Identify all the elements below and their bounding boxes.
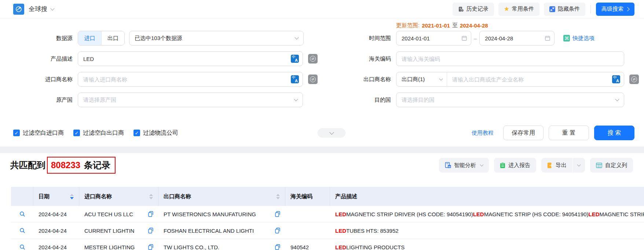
favorites-button[interactable]: ★ 常用条件 — [498, 3, 539, 16]
copy-icon[interactable] — [272, 228, 280, 233]
exporter-type-select[interactable]: 出口商(1) — [396, 72, 447, 86]
sort-icon[interactable] — [146, 194, 153, 199]
filter-bottom-row: ✓ 过滤空白进口商 ✓ 过滤空白出口商 ✓ 过滤物流公司 使用教程 保存常用 重… — [0, 126, 644, 140]
copy-icon[interactable] — [145, 228, 153, 233]
hs-code-input[interactable] — [396, 56, 624, 62]
collapse-icon — [549, 6, 555, 12]
save-favorite-button[interactable]: 保存常用 — [503, 126, 544, 140]
origin-country-select[interactable]: 请选择原产国 — [78, 93, 303, 107]
checkbox-filter-blank-importer[interactable]: ✓ 过滤空白进口商 — [13, 129, 64, 137]
exporter-name: FOSHAN ELECTRICAL AND LIGHTI — [164, 228, 254, 234]
chevron-down-icon — [480, 163, 484, 166]
smart-analysis-button[interactable]: BI 智能分析 — [439, 158, 489, 173]
description-text: MAGNETIC STRIP (HS CODE: 94054190) — [484, 211, 589, 217]
search-button[interactable]: 搜 索 — [594, 126, 634, 140]
cell-date: 2024-04-24 — [33, 222, 79, 239]
importer-name: CURRENT LIGHTIN — [84, 228, 134, 234]
column-label: 海关编码 — [290, 193, 312, 200]
translate-icon[interactable]: 中A — [291, 75, 299, 83]
table-row[interactable]: 2024-04-24CURRENT LIGHTINFOSHAN ELECTRIC… — [11, 222, 644, 239]
chevron-down-icon — [294, 35, 299, 39]
match-mode-icon[interactable]: ⇄ — [308, 54, 318, 64]
top-bar: 全球搜 历史记录 ★ 常用条件 隐藏条件 高级搜索 — [0, 0, 644, 18]
results-header: 共匹配到 808233 条记录 BI 智能分析 进入报告 导出 — [0, 153, 644, 174]
column-header-importer[interactable]: 进口商名称 — [79, 187, 158, 206]
row-search-icon[interactable] — [19, 244, 25, 250]
row-action-cell[interactable] — [11, 239, 33, 250]
filter-section: 数据源 进口 出口 已选中103个数据源 产品描述 中A ⇄ — [0, 18, 644, 140]
column-header-hs_code: 海关编码 — [285, 187, 330, 206]
copy-icon[interactable] — [272, 211, 280, 217]
row-action-cell[interactable] — [11, 206, 33, 222]
reset-button[interactable]: 重 置 — [549, 126, 589, 140]
results-table: 日期进口商名称出口商名称海关编码产品描述 2024-04-24ACU TECH … — [11, 187, 644, 250]
hide-conditions-button[interactable]: 隐藏条件 — [544, 3, 585, 16]
product-desc-input[interactable] — [78, 56, 289, 62]
app-switch-chevron-icon[interactable] — [50, 6, 54, 10]
row-search-icon[interactable] — [19, 228, 25, 233]
custom-columns-button[interactable]: 自定义列 — [590, 158, 633, 173]
table-row[interactable]: 2024-04-24ACU TECH US LLCPT WISETRONICS … — [11, 206, 644, 222]
export-button[interactable]: 导出 — [541, 158, 572, 173]
dest-country-select[interactable]: 请选择目的国 — [396, 93, 624, 107]
report-icon — [500, 162, 505, 169]
exporter-label: 出口商名称 — [330, 76, 396, 83]
data-source-row: 数据源 进口 出口 已选中103个数据源 — [0, 31, 330, 46]
checkbox-checked-icon: ✓ — [13, 130, 20, 136]
export-dropdown-button[interactable] — [573, 158, 585, 173]
match-mode-icon[interactable]: ⇄ — [629, 75, 639, 84]
copy-icon[interactable] — [145, 244, 153, 250]
sort-icon[interactable] — [66, 194, 74, 199]
cell-description: LED LIGHTING PRODUCTS — [330, 239, 644, 250]
import-tab[interactable]: 进口 — [78, 31, 101, 45]
column-header-date[interactable]: 日期 — [33, 187, 79, 206]
history-button[interactable]: 历史记录 — [453, 3, 494, 16]
cell-hs-code: 940542 — [285, 239, 330, 250]
cell-importer: ACU TECH US LLC — [79, 206, 158, 222]
keyword-highlight: LED — [335, 244, 346, 250]
importer-input[interactable] — [78, 76, 289, 83]
data-source-select[interactable]: 已选中103个数据源 — [129, 31, 304, 46]
dest-country-row: 目的国 请选择目的国 — [330, 93, 639, 107]
table-header-row: 日期进口商名称出口商名称海关编码产品描述 — [11, 187, 644, 206]
cell-exporter: TW LIGHTS CO., LTD. — [158, 239, 285, 250]
checkbox-filter-blank-exporter[interactable]: ✓ 过滤空白出口商 — [73, 129, 124, 137]
cell-importer: CURRENT LIGHTIN — [79, 222, 158, 239]
table-body: 2024-04-24ACU TECH US LLCPT WISETRONICS … — [11, 206, 644, 250]
translate-icon[interactable]: 中A — [612, 75, 620, 83]
expand-more-filters-button[interactable] — [318, 128, 345, 138]
row-action-cell[interactable] — [11, 222, 33, 239]
keyword-highlight: LED — [335, 211, 346, 217]
copy-icon[interactable] — [272, 244, 280, 250]
cell-hs-code — [285, 206, 330, 222]
table-row[interactable]: 2024-04-24MESTER LIGHTINGTW LIGHTS CO., … — [11, 239, 644, 250]
product-desc-label: 产品描述 — [0, 55, 78, 62]
column-header-exporter[interactable]: 出口商名称 — [158, 187, 285, 206]
row-search-icon[interactable] — [19, 211, 25, 217]
importer-label: 进口商名称 — [0, 76, 78, 83]
end-date-input[interactable]: 2024-04-28 — [479, 31, 555, 46]
column-label: 出口商名称 — [164, 193, 191, 200]
cell-exporter: FOSHAN ELECTRICAL AND LIGHTI — [158, 222, 285, 239]
calendar-icon — [461, 35, 467, 41]
app-logo-icon — [13, 4, 24, 15]
keyword-highlight: LED — [588, 211, 599, 217]
export-icon — [547, 162, 553, 169]
column-label: 进口商名称 — [84, 193, 112, 200]
exporter-name: TW LIGHTS CO., LTD. — [164, 244, 219, 250]
match-mode-icon[interactable]: ⇄ — [308, 75, 318, 84]
start-date-input[interactable]: 2024-01-01 — [396, 31, 471, 46]
enter-report-button[interactable]: 进入报告 — [494, 158, 536, 173]
sort-icon[interactable] — [272, 194, 280, 199]
cell-date: 2024-04-24 — [33, 239, 79, 250]
columns-icon — [596, 163, 602, 168]
copy-icon[interactable] — [145, 211, 153, 217]
quick-options-button[interactable]: ⌘ 快捷选项 — [563, 35, 594, 42]
description-text: MAGNETIC STRIP (HS CODE: 94054190) — [599, 211, 644, 217]
checkbox-filter-logistics[interactable]: ✓ 过滤物流公司 — [133, 129, 178, 137]
export-tab[interactable]: 出口 — [101, 31, 124, 45]
exporter-input[interactable] — [447, 76, 610, 83]
translate-icon[interactable]: 中A — [291, 55, 299, 63]
tutorial-link[interactable]: 使用教程 — [472, 130, 494, 137]
advanced-search-button[interactable]: 高级搜索 — [596, 3, 634, 16]
